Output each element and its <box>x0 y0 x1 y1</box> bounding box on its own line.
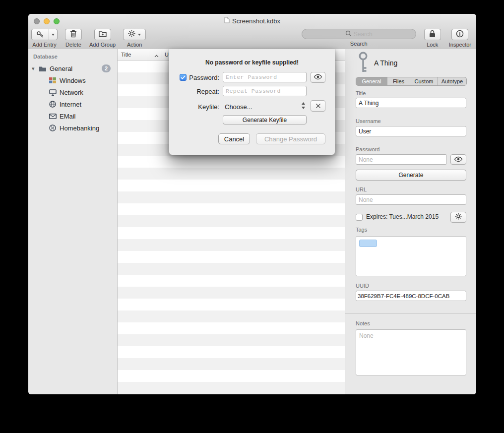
windows-icon <box>48 77 57 83</box>
add-entry-label: Add Entry <box>32 42 56 48</box>
cancel-label: Cancel <box>224 135 244 143</box>
uuid-field[interactable]: 38F629B7-FC4E-489C-8DCF-0CAB <box>356 291 466 301</box>
inspector-divider <box>345 313 476 314</box>
sidebar: Database ▾ General 2 Windows <box>28 49 118 394</box>
search-item: Search Search <box>302 29 416 48</box>
search-placeholder: Search <box>354 31 373 38</box>
tab-files[interactable]: Files <box>387 77 410 85</box>
inspector-tabs: General Files Custom Autotype <box>356 77 467 86</box>
sidebar-item-internet[interactable]: Internet <box>28 98 117 110</box>
toolbar-right: Search Search Lock Inspector <box>302 29 471 48</box>
dialog-password-field[interactable]: Enter Password <box>223 72 307 82</box>
sidebar-item-email[interactable]: EMail <box>28 110 117 122</box>
column-separator[interactable] <box>162 51 162 59</box>
inspector-panel: A Thing General Files Custom Autotype Ti… <box>345 49 476 394</box>
search-input[interactable]: Search <box>302 29 416 39</box>
cancel-button[interactable]: Cancel <box>218 133 250 144</box>
lock-icon <box>429 30 436 40</box>
title-label: Title <box>356 90 366 96</box>
key-plus-icon <box>32 29 49 40</box>
expires-label: Expires: Tues...March 2015 <box>366 213 439 220</box>
expires-checkbox[interactable] <box>356 214 363 221</box>
database-section-header: Database <box>33 54 58 60</box>
add-group-button[interactable] <box>94 29 111 40</box>
close-x-icon <box>315 102 321 111</box>
group-label: Windows <box>60 77 86 84</box>
group-tree: ▾ General 2 Windows <box>28 62 117 134</box>
username-field[interactable]: User <box>356 126 466 136</box>
delete-button[interactable] <box>65 29 82 40</box>
eye-icon <box>454 155 463 164</box>
password-enabled-checkbox[interactable] <box>180 74 187 81</box>
document-icon <box>224 17 230 25</box>
action-button[interactable] <box>123 29 146 40</box>
generate-button[interactable]: Generate <box>356 170 466 181</box>
search-label: Search <box>350 41 368 47</box>
tab-general[interactable]: General <box>356 77 387 85</box>
add-group-label: Add Group <box>89 42 116 48</box>
keyfile-popup[interactable]: Choose... <box>225 103 252 111</box>
add-entry-item: Add Entry <box>31 29 58 48</box>
sidebar-item-general[interactable]: ▾ General 2 <box>28 62 117 74</box>
tab-autotype[interactable]: Autotype <box>438 77 466 85</box>
tag-token[interactable] <box>359 240 377 247</box>
delete-item: Delete <box>65 29 82 48</box>
password-field[interactable]: None <box>356 154 447 165</box>
username-label: Username <box>356 118 381 124</box>
change-password-label: Change Password <box>264 135 317 143</box>
dialog-repeat-label: Repeat: <box>196 88 219 95</box>
add-entry-button[interactable] <box>31 29 58 40</box>
lock-label: Lock <box>427 42 438 48</box>
show-password-button[interactable] <box>450 154 466 165</box>
delete-label: Delete <box>65 42 81 48</box>
clear-keyfile-button[interactable] <box>311 100 325 112</box>
url-field[interactable]: None <box>356 194 466 205</box>
uuid-label: UUID <box>356 283 369 289</box>
chevron-down-icon <box>52 34 55 36</box>
add-entry-dropdown[interactable] <box>49 29 57 40</box>
dialog-message: No password or keyfile supplied! <box>169 59 335 66</box>
generate-keyfile-button[interactable]: Generate Keyfile <box>223 115 307 124</box>
add-group-item: Add Group <box>89 29 116 48</box>
tags-box[interactable] <box>356 236 466 276</box>
sidebar-item-network[interactable]: Network <box>28 86 117 98</box>
action-item: Action <box>123 29 146 48</box>
generate-label: Generate <box>398 172 423 179</box>
disclosure-triangle-icon[interactable]: ▾ <box>32 65 38 72</box>
dialog-password-placeholder: Enter Password <box>226 74 277 80</box>
inspector-button[interactable] <box>451 29 468 40</box>
lock-button[interactable] <box>424 29 441 40</box>
folder-icon <box>38 65 47 72</box>
notes-field[interactable]: None <box>356 329 466 375</box>
notes-label: Notes <box>356 320 370 326</box>
folder-plus-icon <box>99 30 107 39</box>
percent-coin-icon <box>48 124 57 131</box>
monitor-icon <box>48 89 57 96</box>
password-placeholder: None <box>359 156 373 163</box>
tab-custom[interactable]: Custom <box>410 77 438 85</box>
column-header-username[interactable]: U <box>165 52 169 58</box>
window-title-area: Screenshot.kdbx <box>28 17 476 25</box>
uuid-value: 38F629B7-FC4E-489C-8DCF-0CAB <box>358 293 449 299</box>
generate-keyfile-label: Generate Keyfile <box>243 117 287 124</box>
url-label: URL <box>356 186 367 192</box>
change-password-dialog: No password or keyfile supplied! Passwor… <box>169 49 335 155</box>
lock-item: Lock <box>424 29 441 48</box>
expires-options-button[interactable] <box>450 212 466 223</box>
change-password-button[interactable]: Change Password <box>256 133 325 144</box>
popup-stepper-icon[interactable] <box>301 102 306 112</box>
info-icon <box>456 30 464 40</box>
title-field[interactable]: A Thing <box>356 98 466 108</box>
group-label: Homebanking <box>60 124 99 132</box>
sidebar-item-windows[interactable]: Windows <box>28 74 117 86</box>
dialog-show-password-button[interactable] <box>311 72 325 83</box>
group-label: General <box>50 65 72 72</box>
tags-label: Tags <box>356 227 367 233</box>
column-header-title[interactable]: Title <box>121 52 131 58</box>
dialog-password-label: Password: <box>189 74 219 81</box>
dialog-repeat-field[interactable]: Repeat Password <box>223 86 307 96</box>
inspector-item: Inspector <box>449 29 471 48</box>
sidebar-item-homebanking[interactable]: Homebanking <box>28 122 117 134</box>
envelope-icon <box>48 114 57 119</box>
title-value: A Thing <box>359 100 378 107</box>
